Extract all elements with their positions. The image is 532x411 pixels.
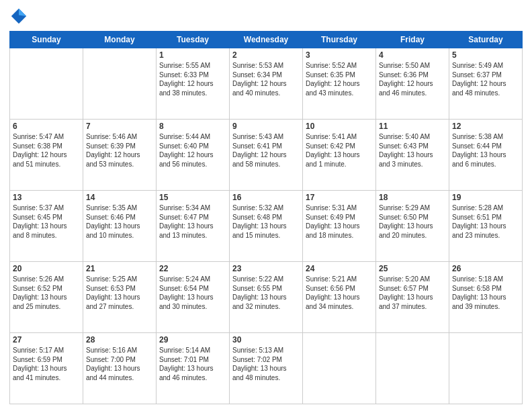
calendar-cell: 22Sunrise: 5:24 AM Sunset: 6:54 PM Dayli… bbox=[157, 262, 230, 333]
cell-day-number: 20 bbox=[13, 264, 80, 273]
cell-info: Sunrise: 5:55 AM Sunset: 6:33 PM Dayligh… bbox=[159, 61, 226, 97]
cell-day-number: 18 bbox=[379, 193, 446, 202]
calendar-cell bbox=[376, 333, 449, 404]
cell-info: Sunrise: 5:29 AM Sunset: 6:50 PM Dayligh… bbox=[379, 203, 446, 240]
calendar-cell: 29Sunrise: 5:14 AM Sunset: 7:01 PM Dayli… bbox=[157, 333, 230, 404]
cell-day-number: 12 bbox=[452, 122, 519, 131]
cell-info: Sunrise: 5:17 AM Sunset: 6:59 PM Dayligh… bbox=[13, 346, 80, 382]
calendar-cell bbox=[10, 48, 83, 120]
cell-day-number: 3 bbox=[306, 50, 373, 60]
calendar-cell: 7Sunrise: 5:46 AM Sunset: 6:39 PM Daylig… bbox=[83, 120, 157, 191]
calendar-cell: 14Sunrise: 5:35 AM Sunset: 6:46 PM Dayli… bbox=[83, 191, 157, 262]
calendar-cell: 16Sunrise: 5:32 AM Sunset: 6:48 PM Dayli… bbox=[230, 191, 303, 262]
cell-day-number: 19 bbox=[452, 193, 519, 202]
calendar-cell: 5Sunrise: 5:49 AM Sunset: 6:37 PM Daylig… bbox=[449, 48, 523, 120]
calendar-cell: 2Sunrise: 5:53 AM Sunset: 6:34 PM Daylig… bbox=[230, 48, 303, 120]
cell-info: Sunrise: 5:32 AM Sunset: 6:48 PM Dayligh… bbox=[232, 203, 300, 240]
day-header-sunday: Sunday bbox=[10, 32, 83, 48]
day-header-tuesday: Tuesday bbox=[157, 32, 230, 48]
cell-info: Sunrise: 5:41 AM Sunset: 6:42 PM Dayligh… bbox=[306, 132, 373, 169]
calendar-cell: 19Sunrise: 5:28 AM Sunset: 6:51 PM Dayli… bbox=[449, 191, 523, 262]
page: SundayMondayTuesdayWednesdayThursdayFrid… bbox=[0, 0, 532, 411]
calendar-cell: 3Sunrise: 5:52 AM Sunset: 6:35 PM Daylig… bbox=[303, 48, 376, 120]
calendar-cell: 20Sunrise: 5:26 AM Sunset: 6:52 PM Dayli… bbox=[10, 262, 83, 333]
cell-info: Sunrise: 5:31 AM Sunset: 6:49 PM Dayligh… bbox=[306, 203, 373, 240]
cell-info: Sunrise: 5:13 AM Sunset: 7:02 PM Dayligh… bbox=[232, 346, 300, 382]
cell-day-number: 1 bbox=[159, 50, 226, 60]
cell-info: Sunrise: 5:40 AM Sunset: 6:43 PM Dayligh… bbox=[379, 132, 446, 169]
calendar-cell: 11Sunrise: 5:40 AM Sunset: 6:43 PM Dayli… bbox=[376, 120, 449, 191]
cell-day-number: 27 bbox=[13, 335, 80, 345]
calendar-cell: 25Sunrise: 5:20 AM Sunset: 6:57 PM Dayli… bbox=[376, 262, 449, 333]
calendar-cell bbox=[83, 48, 157, 120]
calendar-cell: 27Sunrise: 5:17 AM Sunset: 6:59 PM Dayli… bbox=[10, 333, 83, 404]
calendar-week-row: 20Sunrise: 5:26 AM Sunset: 6:52 PM Dayli… bbox=[10, 262, 523, 333]
cell-info: Sunrise: 5:46 AM Sunset: 6:39 PM Dayligh… bbox=[86, 132, 153, 169]
cell-info: Sunrise: 5:49 AM Sunset: 6:37 PM Dayligh… bbox=[452, 61, 519, 97]
logo bbox=[9, 7, 31, 26]
day-header-friday: Friday bbox=[376, 32, 449, 48]
cell-info: Sunrise: 5:21 AM Sunset: 6:56 PM Dayligh… bbox=[306, 275, 373, 311]
calendar-cell: 23Sunrise: 5:22 AM Sunset: 6:55 PM Dayli… bbox=[230, 262, 303, 333]
cell-info: Sunrise: 5:22 AM Sunset: 6:55 PM Dayligh… bbox=[232, 275, 300, 311]
calendar-week-row: 27Sunrise: 5:17 AM Sunset: 6:59 PM Dayli… bbox=[10, 333, 523, 404]
calendar-header-row: SundayMondayTuesdayWednesdayThursdayFrid… bbox=[10, 32, 523, 48]
cell-info: Sunrise: 5:16 AM Sunset: 7:00 PM Dayligh… bbox=[86, 346, 153, 382]
cell-day-number: 23 bbox=[232, 264, 300, 273]
cell-info: Sunrise: 5:43 AM Sunset: 6:41 PM Dayligh… bbox=[232, 132, 300, 169]
cell-day-number: 16 bbox=[232, 193, 300, 202]
cell-info: Sunrise: 5:44 AM Sunset: 6:40 PM Dayligh… bbox=[159, 132, 226, 169]
calendar-cell: 13Sunrise: 5:37 AM Sunset: 6:45 PM Dayli… bbox=[10, 191, 83, 262]
cell-day-number: 21 bbox=[86, 264, 153, 273]
day-header-thursday: Thursday bbox=[303, 32, 376, 48]
day-header-saturday: Saturday bbox=[449, 32, 523, 48]
calendar-cell: 28Sunrise: 5:16 AM Sunset: 7:00 PM Dayli… bbox=[83, 333, 157, 404]
cell-info: Sunrise: 5:34 AM Sunset: 6:47 PM Dayligh… bbox=[159, 203, 226, 240]
cell-day-number: 6 bbox=[13, 122, 80, 131]
cell-day-number: 2 bbox=[232, 50, 300, 60]
logo-icon bbox=[9, 7, 28, 26]
calendar-cell: 9Sunrise: 5:43 AM Sunset: 6:41 PM Daylig… bbox=[230, 120, 303, 191]
cell-day-number: 11 bbox=[379, 122, 446, 131]
calendar-cell: 21Sunrise: 5:25 AM Sunset: 6:53 PM Dayli… bbox=[83, 262, 157, 333]
calendar-cell: 18Sunrise: 5:29 AM Sunset: 6:50 PM Dayli… bbox=[376, 191, 449, 262]
cell-info: Sunrise: 5:38 AM Sunset: 6:44 PM Dayligh… bbox=[452, 132, 519, 169]
cell-day-number: 5 bbox=[452, 50, 519, 60]
cell-day-number: 9 bbox=[232, 122, 300, 131]
calendar-cell: 10Sunrise: 5:41 AM Sunset: 6:42 PM Dayli… bbox=[303, 120, 376, 191]
day-header-monday: Monday bbox=[83, 32, 157, 48]
cell-day-number: 13 bbox=[13, 193, 80, 202]
cell-day-number: 4 bbox=[379, 50, 446, 60]
cell-day-number: 24 bbox=[306, 264, 373, 273]
cell-day-number: 7 bbox=[86, 122, 153, 131]
calendar-week-row: 6Sunrise: 5:47 AM Sunset: 6:38 PM Daylig… bbox=[10, 120, 523, 191]
cell-day-number: 25 bbox=[379, 264, 446, 273]
cell-day-number: 30 bbox=[232, 335, 300, 345]
calendar-cell: 8Sunrise: 5:44 AM Sunset: 6:40 PM Daylig… bbox=[157, 120, 230, 191]
cell-day-number: 15 bbox=[159, 193, 226, 202]
cell-day-number: 29 bbox=[159, 335, 226, 345]
cell-info: Sunrise: 5:18 AM Sunset: 6:58 PM Dayligh… bbox=[452, 275, 519, 311]
cell-info: Sunrise: 5:28 AM Sunset: 6:51 PM Dayligh… bbox=[452, 203, 519, 240]
cell-info: Sunrise: 5:52 AM Sunset: 6:35 PM Dayligh… bbox=[306, 61, 373, 97]
calendar-cell: 26Sunrise: 5:18 AM Sunset: 6:58 PM Dayli… bbox=[449, 262, 523, 333]
header bbox=[9, 7, 523, 26]
cell-day-number: 10 bbox=[306, 122, 373, 131]
cell-info: Sunrise: 5:20 AM Sunset: 6:57 PM Dayligh… bbox=[379, 275, 446, 311]
day-header-wednesday: Wednesday bbox=[230, 32, 303, 48]
calendar-table: SundayMondayTuesdayWednesdayThursdayFrid… bbox=[9, 31, 523, 404]
cell-info: Sunrise: 5:37 AM Sunset: 6:45 PM Dayligh… bbox=[13, 203, 80, 240]
calendar-cell: 4Sunrise: 5:50 AM Sunset: 6:36 PM Daylig… bbox=[376, 48, 449, 120]
cell-info: Sunrise: 5:14 AM Sunset: 7:01 PM Dayligh… bbox=[159, 346, 226, 382]
cell-info: Sunrise: 5:53 AM Sunset: 6:34 PM Dayligh… bbox=[232, 61, 300, 97]
cell-day-number: 22 bbox=[159, 264, 226, 273]
cell-day-number: 8 bbox=[159, 122, 226, 131]
calendar-cell: 24Sunrise: 5:21 AM Sunset: 6:56 PM Dayli… bbox=[303, 262, 376, 333]
calendar-cell: 12Sunrise: 5:38 AM Sunset: 6:44 PM Dayli… bbox=[449, 120, 523, 191]
calendar-cell: 1Sunrise: 5:55 AM Sunset: 6:33 PM Daylig… bbox=[157, 48, 230, 120]
calendar-cell: 17Sunrise: 5:31 AM Sunset: 6:49 PM Dayli… bbox=[303, 191, 376, 262]
cell-info: Sunrise: 5:26 AM Sunset: 6:52 PM Dayligh… bbox=[13, 275, 80, 311]
cell-info: Sunrise: 5:50 AM Sunset: 6:36 PM Dayligh… bbox=[379, 61, 446, 97]
cell-info: Sunrise: 5:24 AM Sunset: 6:54 PM Dayligh… bbox=[159, 275, 226, 311]
calendar-cell bbox=[303, 333, 376, 404]
